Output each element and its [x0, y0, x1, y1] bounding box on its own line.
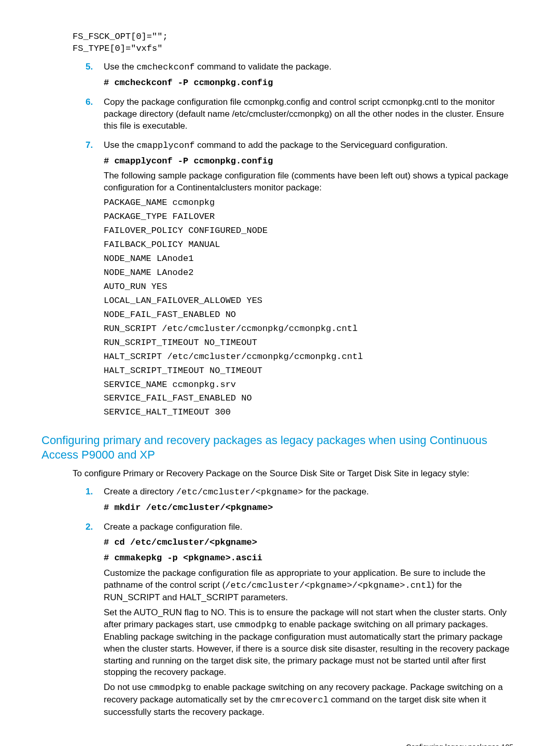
code-line: LOCAL_LAN_FAILOVER_ALLOWED YES — [104, 295, 519, 307]
paragraph: # mkdir /etc/cmcluster/<pkgname> — [104, 502, 519, 514]
code-line: HALT_SCRIPT /etc/cmcluster/ccmonpkg/ccmo… — [104, 351, 519, 363]
paragraph: # cmcheckconf -P ccmonpkg.config — [104, 77, 519, 89]
paragraph: Copy the package configuration file ccmo… — [104, 96, 519, 132]
step: 1.Create a directory /etc/cmcluster/<pkg… — [73, 486, 519, 517]
code-line: RUN_SCRIPT_TIMEOUT NO_TIMEOUT — [104, 337, 519, 349]
code-line: SERVICE_HALT_TIMEOUT 300 — [104, 407, 519, 419]
step-body: Use the cmcheckconf command to validate … — [104, 61, 519, 92]
code-line: FAILBACK_POLICY MANUAL — [104, 239, 519, 251]
code-line: HALT_SCRIPT_TIMEOUT NO_TIMEOUT — [104, 365, 519, 377]
step-number: 1. — [86, 486, 104, 517]
code-line: NODE_NAME LAnode2 — [104, 267, 519, 279]
code-line: NODE_FAIL_FAST_ENABLED NO — [104, 309, 519, 321]
step: 5.Use the cmcheckconf command to validat… — [73, 61, 519, 92]
code-block-top: FS_FSCK_OPT[0]=""; FS_TYPE[0]="vxfs" — [73, 31, 519, 55]
paragraph: # cd /etc/cmcluster/<pkgname> — [104, 536, 519, 549]
paragraph: Do not use cmmodpkg to enable package sw… — [104, 682, 519, 719]
step-number: 2. — [86, 521, 104, 722]
paragraph: The following sample package configurati… — [104, 170, 519, 194]
code-line: SERVICE_NAME ccmonpkg.srv — [104, 379, 519, 391]
section-heading: Configuring primary and recovery package… — [41, 433, 519, 462]
step-number: 7. — [86, 140, 104, 421]
code-line: NODE_NAME LAnode1 — [104, 253, 519, 265]
paragraph: Use the cmapplyconf command to add the p… — [104, 140, 519, 152]
paragraph: Use the cmcheckconf command to validate … — [104, 61, 519, 74]
step-body: Create a package configuration file.# cd… — [104, 521, 519, 722]
step-body: Use the cmapplyconf command to add the p… — [104, 140, 519, 421]
code-line: SERVICE_FAIL_FAST_ENABLED NO — [104, 393, 519, 405]
step-body: Create a directory /etc/cmcluster/<pkgna… — [104, 486, 519, 517]
code-line: PACKAGE_TYPE FAILOVER — [104, 211, 519, 223]
code-line: RUN_SCRIPT /etc/cmcluster/ccmonpkg/ccmon… — [104, 323, 519, 335]
step-number: 6. — [86, 96, 104, 135]
step: 7.Use the cmapplyconf command to add the… — [73, 140, 519, 421]
code-line: PACKAGE_NAME ccmonpkg — [104, 197, 519, 209]
step-body: Copy the package configuration file ccmo… — [104, 96, 519, 135]
paragraph: # cmmakepkg -p <pkgname>.ascii — [104, 552, 519, 564]
paragraph: Create a package configuration file. — [104, 521, 519, 533]
paragraph: # cmapplyconf -P ccmonpkg.config — [104, 155, 519, 168]
code-line: FAILOVER_POLICY CONFIGURED_NODE — [104, 225, 519, 237]
paragraph: Set the AUTO_RUN flag to NO. This is to … — [104, 607, 519, 679]
step-number: 5. — [86, 61, 104, 92]
paragraph: Customize the package configuration file… — [104, 568, 519, 604]
intro-text: To configure Primary or Recovery Package… — [73, 468, 519, 480]
page-footer: Configuring legacy packages 105 — [41, 742, 519, 746]
step: 2.Create a package configuration file.# … — [73, 521, 519, 722]
step: 6.Copy the package configuration file cc… — [73, 96, 519, 135]
code-line: AUTO_RUN YES — [104, 281, 519, 293]
paragraph: Create a directory /etc/cmcluster/<pkgna… — [104, 486, 519, 499]
